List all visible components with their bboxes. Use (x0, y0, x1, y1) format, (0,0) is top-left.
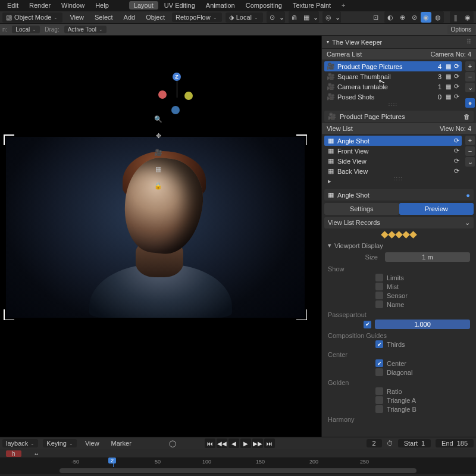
add-button[interactable]: + (465, 136, 475, 145)
view-grid-icon[interactable]: ▦ (446, 73, 451, 80)
tab-preview[interactable]: Preview (399, 203, 474, 215)
menu-window[interactable]: Window (57, 1, 89, 10)
hdr-select[interactable]: Select (91, 12, 117, 22)
active-view-row[interactable]: ▦Angle Shot● (324, 189, 474, 201)
jump-start-icon[interactable]: ⏮ (205, 439, 215, 448)
camera-icon[interactable]: 🎥 (152, 146, 164, 158)
play-icon[interactable]: ▸ (324, 176, 335, 186)
overlay-4-icon[interactable]: ◉ (421, 12, 431, 23)
keyframe-diamonds[interactable] (322, 230, 476, 240)
move-icon[interactable]: ✥ (152, 130, 164, 142)
keying-dropdown[interactable]: Keying⌄ (43, 439, 77, 447)
playhead[interactable]: 2 (113, 458, 114, 467)
checkbox-triangle-b[interactable] (375, 405, 383, 413)
pivot-group[interactable]: ⊙⌄ (267, 11, 285, 23)
checkbox-diagonal[interactable] (375, 368, 383, 376)
menu-button[interactable]: ⌄ (465, 157, 475, 167)
remove-button[interactable]: − (465, 146, 475, 156)
checkbox-ratio[interactable] (375, 387, 383, 395)
tab-settings[interactable]: Settings (324, 203, 399, 215)
checkbox-limits[interactable] (375, 274, 383, 281)
current-frame-field[interactable]: 2 (367, 439, 382, 447)
checkbox-sensor[interactable] (375, 292, 383, 299)
checkbox-passepartout[interactable]: ✔ (364, 321, 371, 328)
play-rev-icon[interactable]: ◀ (228, 439, 239, 448)
add-button[interactable]: + (465, 61, 475, 71)
axis-x-icon[interactable] (158, 90, 167, 99)
autokey-icon[interactable]: ◯ (169, 440, 176, 447)
zoom-icon[interactable]: 🔍 (152, 113, 164, 125)
pivot-icon[interactable]: ⊙ (267, 12, 278, 23)
checkbox-thirds[interactable]: ✔ (375, 340, 383, 348)
workspace-add[interactable]: + (337, 1, 350, 10)
workspace-tab-compositing[interactable]: Compositing (241, 1, 287, 10)
proportional-icon[interactable]: ◎ (323, 12, 334, 23)
3d-viewport[interactable]: Z 🔍 ✥ 🎥 ▦ 🔒 (0, 36, 321, 437)
size-field[interactable]: 1 m (385, 252, 470, 262)
play-icon[interactable]: ▶ (240, 439, 251, 448)
view-grid-icon[interactable]: ▦ (446, 83, 451, 90)
overlay-3-icon[interactable]: ⊘ (409, 12, 419, 23)
view-item[interactable]: ▦Front View⟳ (324, 146, 462, 156)
refresh-icon[interactable]: ⟳ (454, 167, 459, 175)
hdr-view[interactable]: View (66, 12, 87, 22)
viewport-display-header[interactable]: ▾Viewport Display (322, 240, 476, 251)
overlay-2-icon[interactable]: ⊕ (397, 12, 408, 23)
interaction-mode-dropdown[interactable]: ▧ Object Mode⌄ (2, 12, 62, 23)
magnet-icon[interactable]: ⋒ (289, 12, 300, 23)
hdr-add[interactable]: Add (120, 12, 139, 22)
end-frame-field[interactable]: End185 (436, 439, 474, 447)
menu-edit[interactable]: Edit (2, 1, 23, 10)
snap-group[interactable]: ⋒▦⌄ (289, 11, 319, 23)
camera-item[interactable]: 🎥Square Thumbnail3▦⟳ (324, 71, 462, 82)
refresh-icon[interactable]: ⟳ (454, 93, 459, 101)
refresh-icon[interactable]: ⟳ (454, 73, 459, 80)
view-item[interactable]: ▦Side View⟳ (324, 156, 462, 166)
overlay-1-icon[interactable]: ◐ (385, 12, 396, 23)
view-list-records[interactable]: View List Records⌄ (324, 217, 474, 228)
proportional-group[interactable]: ◎⌄ (322, 11, 341, 23)
active-camera-row[interactable]: 🎥Product Page Pictures🗑 (324, 111, 474, 122)
camera-item[interactable]: 🎥Posed Shots0▦⟳ (324, 92, 462, 102)
refresh-icon[interactable]: ⟳ (454, 137, 459, 145)
snap-target-icon[interactable]: ▦ (301, 12, 312, 23)
orientation-dropdown[interactable]: ⬗Local⌄ (226, 12, 263, 23)
refresh-icon[interactable]: ⟳ (454, 157, 459, 165)
workspace-tab-texture-paint[interactable]: Texture Paint (288, 1, 336, 10)
drag-tool-dropdown[interactable]: Active Tool⌄ (64, 26, 107, 33)
hdr-object[interactable]: Object (142, 12, 168, 22)
expand-icon[interactable]: ↔ (30, 450, 43, 457)
axis-z-icon[interactable]: Z (173, 73, 181, 81)
prev-key-icon[interactable]: ◀◀ (217, 439, 227, 448)
checkbox-mist[interactable] (375, 283, 383, 290)
next-key-icon[interactable]: ▶▶ (252, 439, 263, 448)
start-frame-field[interactable]: Start1 (398, 439, 431, 447)
list-grip[interactable]: ∷∷ (324, 102, 462, 108)
active-indicator[interactable]: ● (465, 98, 475, 108)
workspace-tab-layout[interactable]: Layout (129, 1, 158, 10)
remove-button[interactable]: − (465, 72, 475, 82)
workspace-tab-animation[interactable]: Animation (201, 1, 240, 10)
camera-item[interactable]: 🎥Camera turntable1▦⟳ (324, 82, 462, 92)
axis-y-icon[interactable] (184, 92, 193, 100)
lock-icon[interactable]: 🔒 (152, 180, 164, 192)
view-grid-icon[interactable]: ▦ (446, 63, 451, 70)
camera-item[interactable]: 🎥Product Page Pictures4▦⟳ (324, 61, 462, 71)
timeline-ruler[interactable]: -50 50 100 150 200 250 2 (0, 458, 476, 467)
axis-neg-icon[interactable] (171, 106, 180, 114)
checkbox-triangle-a[interactable] (375, 396, 383, 404)
timeline-marker[interactable]: Marker (108, 439, 135, 448)
refresh-icon[interactable]: ⟳ (454, 147, 459, 155)
refresh-icon[interactable]: ⟳ (454, 83, 459, 90)
menu-render[interactable]: Render (24, 1, 55, 10)
menu-help[interactable]: Help (90, 1, 114, 10)
overlay-5-icon[interactable]: ◍ (433, 12, 443, 23)
jump-end-icon[interactable]: ⏭ (264, 439, 275, 448)
active-dot[interactable]: ● (466, 192, 470, 199)
view-item[interactable]: ▦Angle Shot⟳ (324, 136, 462, 146)
refresh-icon[interactable]: ⟳ (454, 62, 459, 70)
channel-a[interactable]: h (6, 450, 21, 457)
orient-tool-dropdown[interactable]: Local⌄ (12, 26, 40, 33)
delete-icon[interactable]: 🗑 (464, 113, 470, 120)
xray-icon[interactable]: ⊡ (370, 12, 381, 23)
